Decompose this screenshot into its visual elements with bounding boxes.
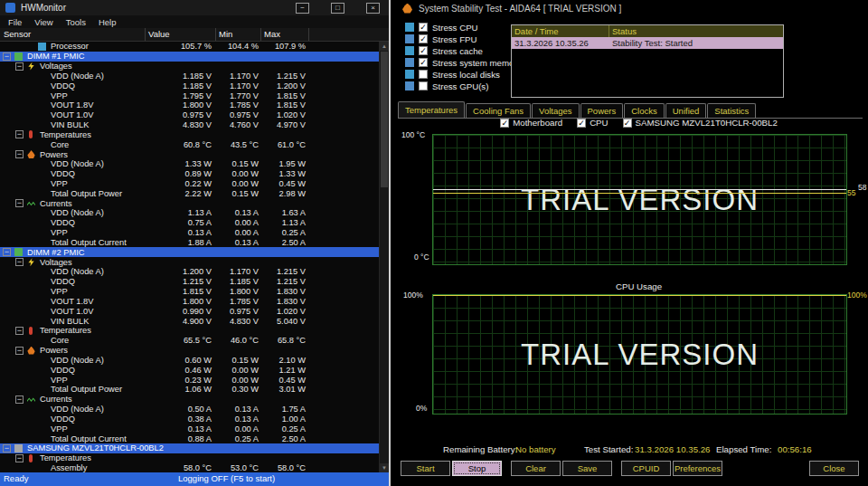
save-button[interactable]: Save — [562, 461, 612, 476]
tab-statistics[interactable]: Statistics — [707, 103, 756, 118]
maximize-icon[interactable]: □ — [331, 3, 344, 14]
sensor-row[interactable]: VDDQ0.46 W0.00 W1.21 W — [0, 365, 379, 375]
collapse-toggle[interactable]: − — [3, 52, 11, 61]
column-max[interactable]: Max — [260, 28, 309, 41]
sensor-row[interactable]: VIN BULK4.900 V4.830 V5.040 V — [0, 316, 379, 326]
column-min[interactable]: Min — [215, 28, 260, 41]
tab-clocks[interactable]: Clocks — [624, 103, 665, 118]
collapse-toggle[interactable]: − — [3, 248, 11, 256]
checkbox[interactable]: ✓ — [623, 119, 632, 128]
menu-tools[interactable]: Tools — [60, 17, 92, 27]
menu-view[interactable]: View — [28, 17, 59, 27]
sensor-row[interactable]: Assembly58.0 °C53.0 °C58.0 °C — [0, 463, 379, 472]
legend-samsung-mzvl21t0hclr-00bl2[interactable]: ✓SAMSUNG MZVL21T0HCLR-00BL2 — [623, 118, 778, 128]
sensor-row[interactable]: VOUT 1.0V0.990 V0.975 V1.020 V — [0, 306, 379, 316]
sensor-row[interactable]: −Currents — [0, 395, 379, 405]
stress-option-stress-local-disks[interactable]: Stress local disks — [405, 70, 522, 79]
sensor-row[interactable]: −Currents — [0, 198, 379, 208]
sensor-row[interactable]: VOUT 1.8V1.800 V1.785 V1.830 V — [0, 297, 379, 307]
collapse-toggle[interactable]: − — [15, 395, 24, 404]
legend-motherboard[interactable]: ✓Motherboard — [500, 118, 562, 128]
tab-powers[interactable]: Powers — [580, 103, 624, 118]
sensor-row[interactable]: −Powers — [0, 346, 379, 356]
stress-option-stress-system-memory[interactable]: ✓Stress system memory — [405, 58, 522, 67]
sensor-row[interactable]: VPP1.815 V1.800 V1.830 V — [0, 287, 379, 297]
sensor-row[interactable]: Total Output Power1.06 W0.30 W3.01 W — [0, 385, 379, 395]
stress-option-stress-fpu[interactable]: ✓Stress FPU — [405, 34, 522, 43]
sensor-row[interactable]: VOUT 1.0V0.975 V0.975 V1.020 V — [0, 110, 379, 120]
collapse-toggle[interactable]: − — [15, 150, 24, 158]
stop-button[interactable]: Stop — [452, 461, 502, 476]
collapse-toggle[interactable]: − — [15, 454, 24, 462]
stress-option-stress-gpu-s[interactable]: Stress GPU(s) — [405, 81, 522, 91]
sensor-row[interactable]: Core65.5 °C46.0 °C65.8 °C — [0, 336, 379, 346]
stress-option-stress-cache[interactable]: ✓Stress cache — [405, 46, 522, 55]
collapse-toggle[interactable]: − — [15, 327, 24, 335]
column-sensor[interactable]: Sensor — [4, 28, 31, 41]
column-value[interactable]: Value — [145, 28, 215, 41]
sensor-row[interactable]: VDDQ0.89 W0.00 W1.33 W — [0, 169, 379, 179]
scroll-down-icon[interactable]: ▼ — [380, 463, 389, 472]
sensor-row[interactable]: −Temperatures — [0, 453, 379, 463]
sensor-row[interactable]: VDDQ1.185 V1.170 V1.200 V — [0, 81, 379, 91]
checkbox[interactable]: ✓ — [419, 58, 428, 67]
sensor-row[interactable]: −Temperatures — [0, 129, 379, 139]
sensor-row[interactable]: VDDQ0.75 A0.00 A1.13 A — [0, 218, 379, 228]
log-column-datetime[interactable]: Date / Time — [512, 25, 609, 37]
sensor-row[interactable]: VPP0.13 A0.00 A0.25 A — [0, 424, 379, 434]
menu-help[interactable]: Help — [92, 17, 123, 27]
tab-unified[interactable]: Unified — [665, 103, 707, 118]
sensor-row[interactable]: VDD (Node A)1.33 W0.15 W1.95 W — [0, 159, 379, 169]
sensor-row[interactable]: VPP1.795 V1.770 V1.815 V — [0, 91, 379, 100]
stress-option-stress-cpu[interactable]: ✓Stress CPU — [405, 23, 522, 32]
tab-voltages[interactable]: Voltages — [532, 103, 579, 118]
close-test-button[interactable]: Close — [809, 461, 859, 476]
sensor-row[interactable]: VPP0.22 W0.00 W0.45 W — [0, 179, 379, 189]
collapse-toggle[interactable]: − — [15, 199, 24, 207]
preferences-button[interactable]: Preferences — [673, 461, 722, 476]
device-row[interactable]: −DIMM #1 PMIC — [0, 52, 379, 62]
collapse-toggle[interactable]: − — [15, 62, 24, 71]
scroll-up-icon[interactable]: ▲ — [380, 42, 389, 51]
checkbox[interactable]: ✓ — [419, 46, 428, 55]
menu-file[interactable]: File — [2, 17, 28, 27]
checkbox[interactable] — [419, 81, 428, 91]
device-row[interactable]: −DIMM #2 PMIC — [0, 247, 379, 257]
sensor-row[interactable]: VIN BULK4.830 V4.760 V4.970 V — [0, 120, 379, 130]
sensor-row[interactable]: VDD (Node A)0.50 A0.13 A1.75 A — [0, 405, 379, 415]
checkbox[interactable]: ✓ — [419, 34, 428, 43]
minimize-icon[interactable]: − — [296, 3, 309, 14]
tab-temperatures[interactable]: Temperatures — [398, 101, 465, 118]
cpuid-button[interactable]: CPUID — [621, 461, 671, 476]
sensor-row[interactable]: −Voltages — [0, 257, 379, 267]
checkbox[interactable]: ✓ — [419, 23, 428, 32]
scroll-track[interactable] — [380, 188, 389, 463]
sensor-row[interactable]: VDD (Node A)1.200 V1.170 V1.215 V — [0, 267, 379, 277]
sensor-row[interactable]: VDD (Node A)1.13 A0.13 A1.63 A — [0, 208, 379, 218]
sensor-row[interactable]: Total Output Current0.88 A0.25 A2.50 A — [0, 434, 379, 443]
collapse-toggle[interactable]: − — [3, 444, 11, 453]
sensor-row[interactable]: −Temperatures — [0, 326, 379, 336]
sensor-row[interactable]: −Voltages — [0, 62, 379, 71]
sensor-row[interactable]: Total Output Current1.88 A0.13 A2.50 A — [0, 238, 379, 248]
sensor-row[interactable]: VDDQ1.215 V1.185 V1.215 V — [0, 277, 379, 287]
test-log-table[interactable]: Date / Time Status 31.3.2026 10.35.26 St… — [511, 24, 784, 98]
sensor-row[interactable]: Core60.8 °C43.5 °C61.0 °C — [0, 139, 379, 149]
sensor-row[interactable]: VDD (Node A)0.60 W0.15 W2.10 W — [0, 356, 379, 366]
log-row[interactable]: 31.3.2026 10.35.26 Stability Test: Start… — [512, 37, 783, 49]
sensor-row[interactable]: −Powers — [0, 149, 379, 159]
close-icon[interactable]: × — [366, 3, 380, 14]
collapse-toggle[interactable]: − — [15, 258, 24, 266]
hwmonitor-titlebar[interactable]: HWMonitor − □ × — [0, 0, 389, 15]
aida64-titlebar[interactable]: System Stability Test - AIDA64 [ TRIAL V… — [391, 0, 868, 16]
start-button[interactable]: Start — [401, 461, 450, 476]
collapse-toggle[interactable]: − — [15, 347, 24, 355]
scroll-thumb[interactable] — [381, 52, 388, 187]
legend-cpu[interactable]: ✓CPU — [577, 118, 608, 128]
sensor-row[interactable]: Total Output Power2.22 W0.15 W2.98 W — [0, 188, 379, 198]
checkbox[interactable]: ✓ — [500, 119, 509, 128]
scrollbar[interactable]: ▲ ▼ — [379, 42, 389, 472]
sensor-row[interactable]: VPP0.23 W0.00 W0.45 W — [0, 375, 379, 385]
tab-cooling-fans[interactable]: Cooling Fans — [466, 103, 531, 118]
checkbox[interactable] — [419, 70, 428, 79]
